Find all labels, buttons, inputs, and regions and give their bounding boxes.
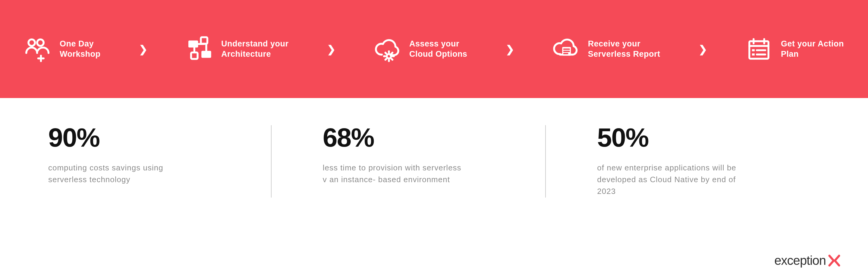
step-label: Assess yourCloud Options — [409, 39, 467, 59]
chevron-right-icon: ❯ — [699, 43, 707, 55]
cloud-gear-icon — [374, 35, 401, 63]
brand-mark-icon — [828, 254, 841, 267]
brand-text: exception — [774, 253, 826, 268]
stats-row: 90% computing costs savings using server… — [0, 98, 868, 198]
architecture-icon — [186, 35, 213, 63]
step-action-plan: Get your ActionPlan — [745, 35, 844, 63]
step-label: Get your ActionPlan — [781, 39, 844, 59]
svg-rect-9 — [752, 49, 755, 51]
svg-point-0 — [28, 39, 35, 46]
stat-value: 90% — [48, 122, 253, 153]
stat-desc: of new enterprise applications will be d… — [597, 162, 739, 197]
cloud-report-icon — [553, 35, 580, 63]
calendar-list-icon — [745, 35, 772, 63]
stat-value: 68% — [323, 122, 527, 153]
stat-desc: computing costs savings using serverless… — [48, 162, 190, 186]
step-label: Understand yourArchitecture — [221, 39, 289, 59]
brand-logo: exception — [774, 253, 841, 268]
people-plus-icon — [24, 35, 51, 63]
step-label: One DayWorkshop — [60, 39, 101, 59]
step-serverless-report: Receive yourServerless Report — [553, 35, 660, 63]
divider — [271, 125, 272, 198]
svg-point-1 — [37, 39, 44, 46]
stat-cost-savings: 90% computing costs savings using server… — [48, 122, 271, 186]
divider — [545, 125, 546, 198]
step-label: Receive yourServerless Report — [588, 39, 660, 59]
svg-point-6 — [387, 54, 391, 58]
svg-rect-4 — [201, 37, 207, 44]
chevron-right-icon: ❯ — [327, 43, 336, 55]
svg-rect-10 — [752, 53, 755, 56]
step-one-day-workshop: One DayWorkshop — [24, 35, 101, 63]
stat-value: 50% — [597, 122, 802, 153]
chevron-right-icon: ❯ — [139, 43, 147, 55]
step-understand-architecture: Understand yourArchitecture — [186, 35, 289, 63]
svg-rect-3 — [201, 51, 211, 58]
stat-cloud-native: 50% of new enterprise applications will … — [597, 122, 820, 197]
svg-rect-5 — [191, 52, 198, 59]
process-steps-bar: One DayWorkshop ❯ Understand yourArchite… — [0, 0, 868, 98]
stat-desc: less time to provision with serverless v… — [323, 162, 464, 186]
stat-provision-time: 68% less time to provision with serverle… — [323, 122, 546, 186]
step-assess-cloud-options: Assess yourCloud Options — [374, 35, 467, 63]
svg-rect-2 — [188, 40, 198, 47]
chevron-right-icon: ❯ — [506, 43, 514, 55]
